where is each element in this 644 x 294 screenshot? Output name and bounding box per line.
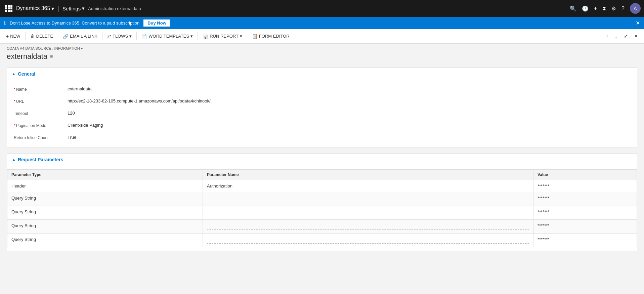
command-bar: + NEW 🗑 DELETE 🔗 EMAIL A LINK ⇄ FLOWS ▾ …: [0, 29, 644, 44]
name-field-row: Name externaldata: [7, 84, 637, 96]
cmd-sep-6: [247, 32, 247, 40]
run-report-label: RUN REPORT: [210, 34, 239, 39]
name-value: externaldata: [68, 86, 630, 91]
table-row: HeaderAuthorization*******: [7, 180, 637, 192]
col-header-param-type: Parameter Type: [7, 170, 203, 180]
record-title: externaldata ≡: [7, 51, 637, 62]
param-value-cell: *******: [533, 192, 637, 206]
param-type-cell: Query String: [7, 234, 203, 247]
app-name[interactable]: Dynamics 365 ▾: [16, 5, 54, 12]
nav-breadcrumb: Administration externaldata: [88, 6, 141, 11]
param-name-input[interactable]: [207, 223, 529, 230]
word-templates-icon: 📄: [141, 34, 147, 39]
url-value: http://ec2-18-233-82-105.compute-1.amazo…: [68, 98, 630, 103]
request-parameters-section-header[interactable]: ▲ Request Parameters: [7, 154, 637, 166]
new-button[interactable]: + NEW: [3, 32, 23, 40]
filter-icon[interactable]: ⧗: [602, 5, 606, 11]
flows-chevron: ▾: [129, 34, 132, 39]
param-name-cell[interactable]: [203, 220, 533, 234]
run-report-button[interactable]: 📊 RUN REPORT ▾: [200, 32, 245, 40]
return-inline-count-field-row: Return Inline Count True: [7, 132, 637, 144]
param-type-cell: Header: [7, 180, 203, 192]
email-link-label: EMAIL A LINK: [70, 34, 97, 39]
record-menu-icon[interactable]: ≡: [50, 54, 53, 59]
page-header: ODATA V4 DATA SOURCE : INFORMATION ▾ ext…: [0, 44, 644, 64]
delete-button[interactable]: 🗑 DELETE: [28, 32, 56, 40]
param-type-cell: Query String: [7, 192, 203, 206]
return-inline-count-value: True: [68, 135, 630, 140]
grid-icon: [5, 5, 12, 12]
param-value-cell: *******: [533, 206, 637, 220]
form-editor-label: FORM EDITOR: [259, 34, 290, 39]
help-icon[interactable]: ?: [621, 5, 625, 11]
scroll-down-button[interactable]: ↓: [612, 32, 620, 40]
flows-button[interactable]: ⇄ FLOWS ▾: [104, 32, 134, 40]
param-name-cell[interactable]: [203, 206, 533, 220]
new-icon: +: [6, 34, 9, 39]
general-section: ▲ General Name externaldata URL http://e…: [7, 68, 637, 148]
col-header-param-name: Parameter Name: [203, 170, 533, 180]
col-header-value: Value: [533, 170, 637, 180]
pagination-mode-label: Pagination Mode: [14, 123, 68, 128]
content-area: ▲ General Name externaldata URL http://e…: [0, 64, 644, 294]
param-value-cell: *******: [533, 234, 637, 247]
breadcrumb[interactable]: ODATA V4 DATA SOURCE : INFORMATION ▾: [7, 46, 637, 51]
expand-button[interactable]: ⤢: [621, 32, 630, 40]
param-name-cell[interactable]: [203, 234, 533, 247]
buy-now-button[interactable]: Buy Now: [143, 19, 170, 27]
plus-icon[interactable]: +: [594, 5, 597, 11]
table-row: Query String*******: [7, 192, 637, 206]
form-editor-icon: 📋: [252, 34, 258, 39]
app-name-label: Dynamics 365: [16, 5, 50, 11]
delete-icon: 🗑: [30, 34, 35, 39]
settings-chevron: ▾: [82, 5, 85, 11]
banner-info-icon: ℹ: [4, 20, 6, 26]
run-report-chevron: ▾: [240, 34, 242, 39]
gear-icon[interactable]: ⚙: [611, 5, 616, 12]
pagination-mode-value: Client-side Paging: [68, 123, 630, 128]
general-section-body: Name externaldata URL http://ec2-18-233-…: [7, 80, 637, 148]
general-section-title: General: [18, 71, 35, 77]
clock-icon[interactable]: 🕐: [582, 5, 589, 12]
word-templates-chevron: ▾: [190, 34, 193, 39]
timeout-label: Timeout: [14, 111, 68, 116]
param-name-cell[interactable]: [203, 192, 533, 206]
cmd-sep-3: [102, 32, 102, 40]
app-grid-button[interactable]: [3, 3, 14, 14]
banner-message: Don't Lose Access to Dynamics 365. Conve…: [10, 20, 139, 26]
url-label: URL: [14, 98, 68, 104]
upgrade-banner: ℹ Don't Lose Access to Dynamics 365. Con…: [0, 17, 644, 29]
request-parameters-section-title: Request Parameters: [18, 157, 63, 162]
search-icon[interactable]: 🔍: [570, 5, 576, 12]
flows-label: FLOWS: [113, 34, 128, 39]
param-name-input[interactable]: [207, 237, 529, 244]
param-value-cell: *******: [533, 220, 637, 234]
param-name-cell[interactable]: Authorization: [203, 180, 533, 192]
word-templates-button[interactable]: 📄 WORD TEMPLATES ▾: [139, 32, 196, 40]
param-name-input[interactable]: [207, 209, 529, 216]
email-link-button[interactable]: 🔗 EMAIL A LINK: [60, 32, 100, 40]
flows-icon: ⇄: [107, 34, 111, 39]
parameters-table: Parameter Type Parameter Name Value Head…: [7, 169, 637, 247]
new-label: NEW: [10, 34, 20, 39]
nav-right-icons: 🔍 🕐 + ⧗ ⚙ ? A: [570, 3, 641, 14]
app-name-chevron: ▾: [51, 5, 54, 12]
word-templates-label: WORD TEMPLATES: [148, 34, 189, 39]
top-navigation: Dynamics 365 ▾ | Settings ▾ Administrati…: [0, 0, 644, 17]
request-params-collapse-icon: ▲: [12, 157, 16, 162]
avatar[interactable]: A: [630, 3, 641, 14]
scroll-up-button[interactable]: ↑: [603, 32, 611, 40]
param-name-input[interactable]: [207, 196, 529, 202]
run-report-icon: 📊: [203, 34, 208, 39]
form-editor-button[interactable]: 📋 FORM EDITOR: [249, 32, 292, 40]
settings-label[interactable]: Settings ▾: [62, 5, 85, 11]
url-field-row: URL http://ec2-18-233-82-105.compute-1.a…: [7, 96, 637, 108]
email-link-icon: 🔗: [63, 34, 69, 39]
general-collapse-icon: ▲: [12, 72, 16, 76]
cmd-sep-4: [136, 32, 137, 40]
general-section-header[interactable]: ▲ General: [7, 68, 637, 80]
close-banner-button[interactable]: ✕: [636, 20, 640, 26]
timeout-value: 120: [68, 111, 630, 116]
param-value-cell: *******: [533, 180, 637, 192]
close-form-button[interactable]: ✕: [632, 32, 641, 40]
